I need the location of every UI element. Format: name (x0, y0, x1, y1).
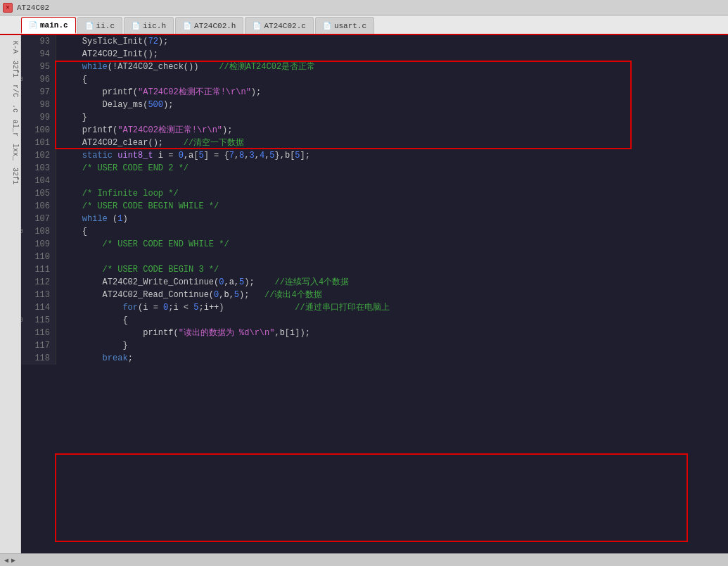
ln-104: 104 (27, 175, 50, 187)
tab-ii_c[interactable]: 📄ii.c (77, 17, 122, 34)
ln-115: 115⊟ (27, 314, 50, 327)
tab-icon-AT24C02_h: 📄 (183, 22, 191, 30)
editor-area[interactable]: 93 94 95 96⊟ 97 98 99 100 101 102 103 10 (21, 35, 728, 553)
line-115: { (62, 314, 722, 327)
line-107: while (1) (62, 213, 722, 225)
ln-101: 101 (27, 137, 50, 149)
code-container: 93 94 95 96⊟ 97 98 99 100 101 102 103 10 (21, 35, 728, 365)
sidebar-label-3: r/C (0, 82, 20, 100)
line-96: { (62, 73, 722, 86)
code-lines: SysTick_Init(72); AT24C02_Init(); while(… (56, 35, 728, 365)
ln-96: 96⊟ (27, 73, 50, 86)
ln-93: 93 (27, 35, 50, 48)
line-110 (62, 251, 722, 263)
tab-icon-AT24C02_c: 📄 (253, 22, 261, 30)
sidebar-label-7: 32f1 (0, 165, 20, 187)
ln-102: 102 (27, 149, 50, 162)
sidebar-label-2: 32f1 (0, 58, 20, 80)
line-97: printf("AT24C02检测不正常!\r\n"); (62, 86, 722, 99)
line-117: } (62, 339, 722, 352)
scroll-left[interactable]: ◀ (3, 556, 10, 565)
ln-117: 117 (27, 339, 50, 352)
line-108: { (62, 225, 722, 238)
tabs-bar: 📄main.c📄ii.c📄iic.h📄AT24C02.h📄AT24C02.c📄u… (0, 15, 728, 35)
tab-icon-ii_c: 📄 (85, 22, 94, 30)
ln-97: 97 (27, 86, 50, 99)
ln-118: 118 (27, 352, 50, 365)
ln-113: 113 (27, 289, 50, 301)
ln-98: 98 (27, 99, 50, 111)
ln-111: 111 (27, 263, 50, 276)
left-sidebar: K-A 32f1 r/C .c al_r lxx_ 32f1 (0, 35, 21, 553)
line-99: } (62, 111, 722, 124)
tab-icon-iic_h: 📄 (132, 22, 140, 30)
line-100: printf("AT24C02检测正常!\r\n"); (62, 124, 722, 137)
line-116: printf("读出的数据为 %d\r\n",b[i]); (62, 327, 722, 339)
tab-AT24C02_c[interactable]: 📄AT24C02.c (245, 17, 313, 34)
main-window: ✕ AT24C02 📄main.c📄ii.c📄iic.h📄AT24C02.h📄A… (0, 0, 728, 566)
bottom-bar: ◀ ▶ (0, 553, 728, 566)
line-numbers: 93 94 95 96⊟ 97 98 99 100 101 102 103 10 (21, 35, 56, 365)
sidebar-label-4: .c (0, 101, 20, 115)
line-98: Delay_ms(500); (62, 99, 722, 111)
line-104 (62, 175, 722, 187)
line-111: /* USER CODE BEGIN 3 */ (62, 263, 722, 276)
sidebar-label-6: lxx_ (0, 141, 20, 163)
close-button[interactable]: ✕ (3, 3, 13, 13)
ln-99: 99 (27, 111, 50, 124)
ln-94: 94 (27, 48, 50, 61)
scroll-right[interactable]: ▶ (10, 556, 17, 565)
ln-108: 108⊟ (27, 225, 50, 238)
ln-95: 95 (27, 61, 50, 73)
sidebar-label-1: K-A (0, 38, 20, 56)
tab-main_c[interactable]: 📄main.c (21, 17, 76, 34)
red-box-bottom (55, 453, 688, 542)
ln-112: 112 (27, 276, 50, 289)
tab-icon-main_c: 📄 (29, 21, 37, 30)
line-118: break; (62, 352, 722, 365)
ln-105: 105 (27, 187, 50, 200)
line-105: /* Infinite loop */ (62, 187, 722, 200)
ln-116: 116 (27, 327, 50, 339)
line-106: /* USER CODE BEGIN WHILE */ (62, 200, 722, 213)
line-95: while(!AT24C02_check()) //检测AT24C02是否正常 (62, 61, 722, 73)
line-112: AT24C02_Write_Continue(0,a,5); //连续写入4个数… (62, 276, 722, 289)
tab-usart_c[interactable]: 📄usart.c (315, 17, 374, 34)
ln-100: 100 (27, 124, 50, 137)
line-113: AT24C02_Read_Continue(0,b,5); //读出4个数据 (62, 289, 722, 301)
main-area: K-A 32f1 r/C .c al_r lxx_ 32f1 93 94 (0, 35, 728, 553)
title-bar: ✕ AT24C02 (0, 0, 728, 15)
line-101: AT24C02_clear(); //清空一下数据 (62, 137, 722, 149)
ln-103: 103 (27, 162, 50, 175)
ln-107: 107 (27, 213, 50, 225)
line-114: for(i = 0;i < 5;i++) //通过串口打印在电脑上 (62, 301, 722, 314)
tab-icon-usart_c: 📄 (323, 22, 331, 30)
line-103: /* USER CODE END 2 */ (62, 162, 722, 175)
line-93: SysTick_Init(72); (62, 35, 722, 48)
tab-iic_h[interactable]: 📄iic.h (124, 17, 174, 34)
line-109: /* USER CODE END WHILE */ (62, 238, 722, 251)
window-title: AT24C02 (17, 4, 49, 12)
ln-114: 114 (27, 301, 50, 314)
sidebar-label-5: al_r (0, 117, 20, 139)
code-wrapper: 93 94 95 96⊟ 97 98 99 100 101 102 103 10 (21, 35, 728, 365)
line-94: AT24C02_Init(); (62, 48, 722, 61)
line-102: static uint8_t i = 0,a[5] = {7,8,3,4,5},… (62, 149, 722, 162)
tab-AT24C02_h[interactable]: 📄AT24C02.h (175, 17, 243, 34)
ln-109: 109 (27, 238, 50, 251)
ln-106: 106 (27, 200, 50, 213)
ln-110: 110 (27, 251, 50, 263)
